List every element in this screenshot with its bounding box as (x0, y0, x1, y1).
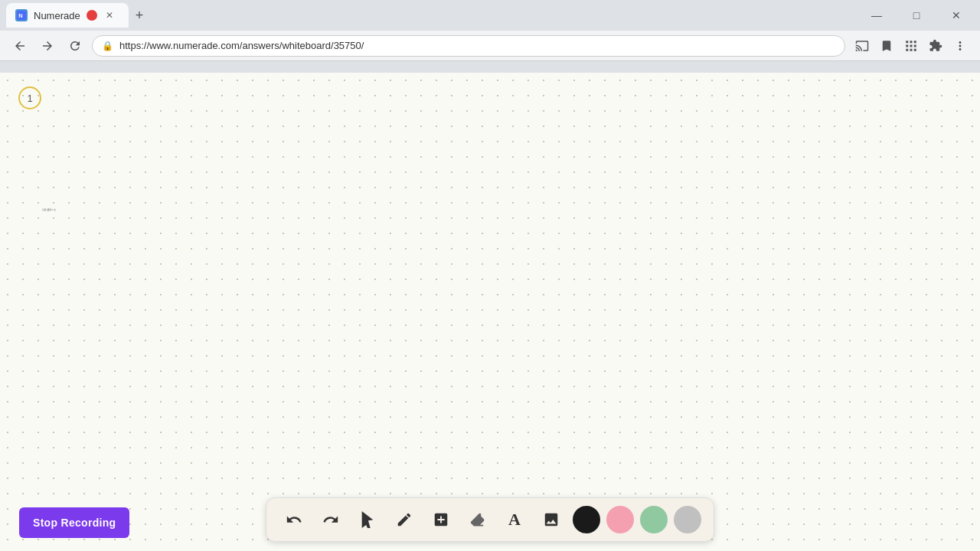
browser-actions (851, 35, 971, 57)
svg-text:N: N (18, 12, 22, 19)
security-lock-icon: 🔒 (102, 41, 113, 51)
whiteboard-canvas[interactable]: 1 (0, 73, 980, 551)
pen-tool-button[interactable] (389, 504, 420, 535)
address-bar[interactable]: 🔒 https://www.numerade.com/answers/white… (92, 35, 845, 57)
recording-indicator (87, 10, 97, 21)
redo-button[interactable] (315, 504, 346, 535)
handwritten-math (42, 203, 56, 217)
color-pink-swatch[interactable] (606, 506, 634, 533)
title-bar: N Numerade ✕ + — □ ✕ (0, 0, 980, 31)
svg-point-2 (49, 209, 51, 210)
close-button[interactable]: ✕ (939, 3, 974, 28)
color-gray-swatch[interactable] (674, 506, 701, 533)
color-green-swatch[interactable] (640, 506, 668, 533)
navigation-bar: 🔒 https://www.numerade.com/answers/white… (0, 31, 980, 61)
extension-button[interactable] (925, 35, 946, 57)
tab-title: Numerade (34, 10, 80, 21)
menu-button[interactable] (949, 35, 971, 57)
minimize-button[interactable]: — (859, 3, 894, 28)
new-tab-button[interactable]: + (129, 5, 150, 26)
cast-button[interactable] (851, 35, 873, 57)
browser-tab[interactable]: N Numerade ✕ (6, 3, 129, 28)
tab-favicon: N (15, 9, 28, 21)
undo-button[interactable] (279, 504, 309, 535)
math-expression (42, 203, 56, 220)
tab-close-button[interactable]: ✕ (103, 9, 116, 21)
forward-button[interactable] (37, 35, 58, 57)
url-text: https://www.numerade.com/answers/whitebo… (119, 40, 364, 51)
grid-button[interactable] (900, 35, 922, 57)
page-number: 1 (27, 93, 32, 104)
color-black-swatch[interactable] (573, 506, 600, 533)
eraser-tool-button[interactable] (462, 504, 493, 535)
select-tool-button[interactable] (352, 504, 383, 535)
window-controls: — □ ✕ (859, 3, 974, 28)
stop-recording-button[interactable]: Stop Recording (19, 507, 129, 538)
drawing-toolbar: A (266, 497, 714, 542)
back-button[interactable] (9, 35, 31, 57)
maximize-button[interactable]: □ (899, 3, 934, 28)
add-button[interactable] (426, 504, 456, 535)
page-indicator: 1 (18, 86, 41, 109)
browser-chrome: N Numerade ✕ + — □ ✕ (0, 0, 980, 73)
image-tool-button[interactable] (536, 504, 567, 535)
bookmark-button[interactable] (876, 35, 897, 57)
text-tool-button[interactable]: A (499, 504, 530, 535)
refresh-button[interactable] (64, 35, 86, 57)
